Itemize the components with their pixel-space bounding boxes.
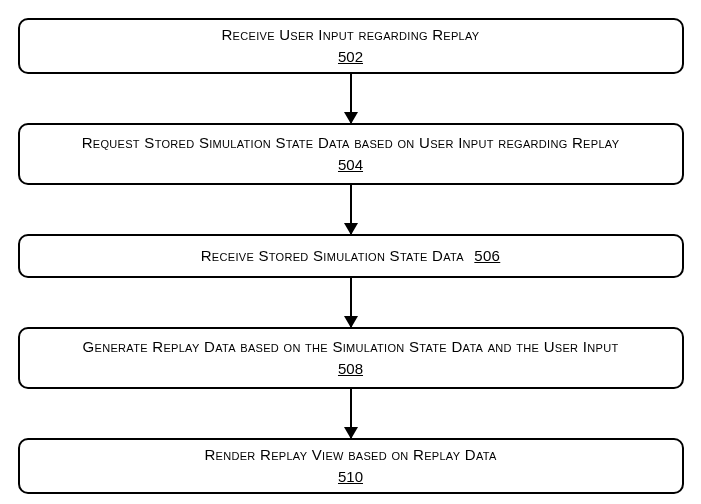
- arrow-down-icon: [350, 389, 352, 438]
- flow-arrow-502-504: [16, 74, 685, 123]
- flow-step-504: Request Stored Simulation State Data bas…: [18, 123, 684, 185]
- step-title-text: Receive Stored Simulation State Data: [201, 247, 464, 264]
- step-ref: 508: [338, 359, 363, 379]
- flow-step-502: Receive User Input regarding Replay 502: [18, 18, 684, 74]
- flow-step-506: Receive Stored Simulation State Data 506: [18, 234, 684, 278]
- step-title: Render Replay View based on Replay Data: [204, 445, 496, 465]
- step-ref: 510: [338, 467, 363, 487]
- step-title: Generate Replay Data based on the Simula…: [83, 337, 619, 357]
- step-title: Receive User Input regarding Replay: [221, 25, 479, 45]
- flow-step-510: Render Replay View based on Replay Data …: [18, 438, 684, 494]
- flow-step-508: Generate Replay Data based on the Simula…: [18, 327, 684, 389]
- arrow-down-icon: [350, 74, 352, 123]
- step-ref: 504: [338, 155, 363, 175]
- arrow-down-icon: [350, 278, 352, 327]
- step-ref: 502: [338, 47, 363, 67]
- step-title: Receive Stored Simulation State Data 506: [201, 246, 501, 266]
- flow-arrow-506-508: [16, 278, 685, 327]
- flow-arrow-508-510: [16, 389, 685, 438]
- step-title: Request Stored Simulation State Data bas…: [82, 133, 620, 153]
- step-ref: 506: [474, 247, 500, 264]
- flow-arrow-504-506: [16, 185, 685, 234]
- arrow-down-icon: [350, 185, 352, 234]
- flowchart-canvas: Receive User Input regarding Replay 502 …: [0, 0, 701, 504]
